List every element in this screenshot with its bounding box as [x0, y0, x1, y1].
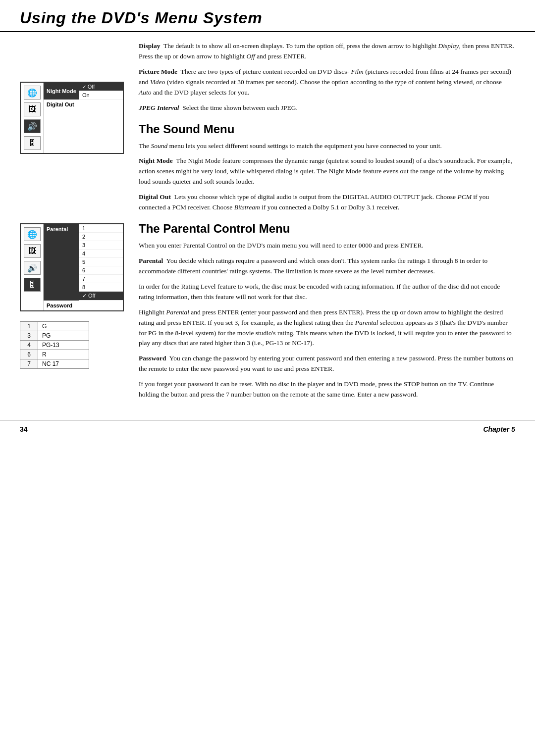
- digital-out-values: [79, 100, 123, 109]
- page-header: Using the DVD's Menu System: [0, 0, 535, 32]
- table-row: 6 R: [20, 350, 89, 359]
- password-label: Password: [44, 301, 79, 310]
- parental-num-5: 5: [79, 258, 123, 266]
- rating-level-1: 1: [20, 322, 38, 331]
- jpeg-interval-paragraph: JPEG Interval Select the time shown betw…: [139, 103, 515, 113]
- table-row: 3 PG: [20, 331, 89, 341]
- rating-r: R: [38, 350, 89, 359]
- rating-pg: PG: [38, 331, 89, 341]
- right-column: Display The default is to show all on-sc…: [129, 32, 535, 415]
- display-paragraph: Display The default is to show all on-sc…: [139, 41, 515, 62]
- parental-num-off: Off: [79, 292, 123, 301]
- page-title: Using the DVD's Menu System: [20, 9, 515, 31]
- sound-icon: 🔊: [24, 119, 41, 133]
- parental-row: Parental 1 2 3 4 5 6 7 8 Off: [44, 224, 123, 301]
- night-mode-values: Off On: [79, 83, 123, 100]
- parental-num-8: 8: [79, 283, 123, 292]
- menu-options: Night Mode Off On Digital Out: [44, 83, 123, 153]
- parental-num-3: 3: [79, 241, 123, 250]
- rating-level-4: 4: [20, 341, 38, 350]
- digital-out-label: Digital Out: [44, 100, 79, 109]
- sound-menu-heading: The Sound Menu: [139, 122, 515, 136]
- sound-menu-mockup: 🌐 🖼 🔊 🎛 Night Mode Off On Digital Out: [20, 82, 124, 154]
- parental-num-4: 4: [79, 250, 123, 258]
- parental-camera-icon: 🖼: [24, 244, 41, 258]
- parental-options: Parental 1 2 3 4 5 6 7 8 Off Password: [44, 224, 123, 310]
- night-mode-row: Night Mode Off On: [44, 83, 123, 100]
- password-paragraph: Password You can change the password by …: [139, 353, 515, 374]
- picture-mode-paragraph: Picture Mode There are two types of pict…: [139, 67, 515, 98]
- settings-icon: 🎛: [24, 136, 41, 150]
- parental-num-1: 1: [79, 224, 123, 233]
- rating-level-6: 6: [20, 350, 38, 359]
- parental-menu-heading: The Parental Control Menu: [139, 222, 515, 236]
- parental-num-6: 6: [79, 266, 123, 275]
- camera-icon: 🖼: [24, 102, 41, 116]
- parental-menu-icons: 🌐 🖼 🔊 🎛: [21, 224, 44, 310]
- parental-settings-icon: 🎛: [24, 278, 41, 292]
- night-mode-paragraph: Night Mode The Night Mode feature compre…: [139, 156, 515, 187]
- chapter-label: Chapter 5: [483, 425, 515, 433]
- rating-g: G: [38, 322, 89, 331]
- parental-intro: When you enter Parental Control on the D…: [139, 241, 515, 251]
- night-mode-on: On: [79, 91, 123, 100]
- rating-nc17: NC 17: [38, 359, 89, 369]
- sound-menu-intro: The Sound menu lets you select different…: [139, 141, 515, 151]
- page-number: 34: [20, 425, 28, 433]
- parental-sound-icon: 🔊: [24, 261, 41, 275]
- ratings-table: 1 G 3 PG 4 PG-13 6 R 7 NC 17: [20, 321, 89, 369]
- parental-paragraph: Parental You decide which ratings requir…: [139, 256, 515, 277]
- night-mode-label: Night Mode: [44, 83, 79, 100]
- night-mode-off: Off: [79, 83, 123, 91]
- password-row: Password: [44, 301, 123, 310]
- digital-out-row: Digital Out: [44, 100, 123, 109]
- rating-pg13: PG-13: [38, 341, 89, 350]
- digital-out-paragraph: Digital Out Lets you choose which type o…: [139, 192, 515, 213]
- parental-globe-icon: 🌐: [24, 227, 41, 241]
- parental-menu-mockup: 🌐 🖼 🔊 🎛 Parental 1 2 3 4 5 6 7 8: [20, 223, 124, 311]
- page-content: 🌐 🖼 🔊 🎛 Night Mode Off On Digital Out: [0, 32, 535, 415]
- menu-icons: 🌐 🖼 🔊 🎛: [21, 83, 44, 153]
- left-column: 🌐 🖼 🔊 🎛 Night Mode Off On Digital Out: [0, 32, 129, 415]
- encoding-paragraph: In order for the Rating Level feature to…: [139, 282, 515, 302]
- parental-num-7: 7: [79, 275, 123, 283]
- page-footer: 34 Chapter 5: [0, 420, 535, 438]
- parental-nums: 1 2 3 4 5 6 7 8 Off: [79, 224, 123, 301]
- table-row: 7 NC 17: [20, 359, 89, 369]
- reset-paragraph: If you forget your password it can be re…: [139, 379, 515, 400]
- rating-level-3: 3: [20, 331, 38, 341]
- table-row: 4 PG-13: [20, 341, 89, 350]
- globe-icon: 🌐: [24, 86, 41, 100]
- rating-level-7: 7: [20, 359, 38, 369]
- highlight-paragraph: Highlight Parental and press ENTER (ente…: [139, 307, 515, 349]
- parental-num-2: 2: [79, 233, 123, 241]
- parental-label: Parental: [44, 224, 79, 301]
- top-text-section: Display The default is to show all on-sc…: [139, 41, 515, 113]
- table-row: 1 G: [20, 322, 89, 331]
